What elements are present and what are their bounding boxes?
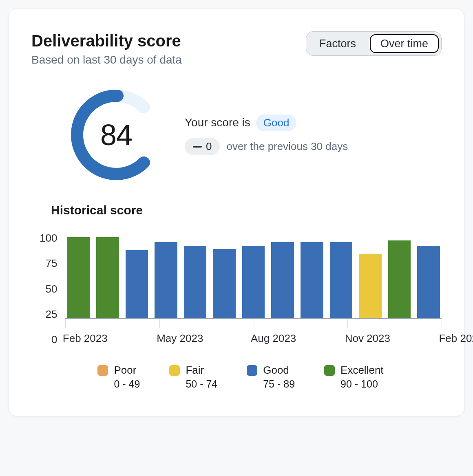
- legend-range: 90 - 100: [340, 378, 384, 390]
- score-delta-chip: 0: [185, 138, 220, 155]
- x-tick-label: Aug 2023: [251, 332, 296, 345]
- deliverability-card: { "header": { "title": "Deliverability s…: [8, 8, 465, 416]
- chart-bar[interactable]: [96, 237, 119, 318]
- score-delta-trailing: over the previous 30 days: [226, 140, 348, 153]
- x-axis-ticks: [65, 319, 442, 328]
- chart-bar[interactable]: [67, 237, 90, 318]
- card-subtitle: Based on last 30 days of data: [31, 53, 182, 66]
- chart-bar[interactable]: [330, 242, 353, 318]
- x-tick: [159, 319, 160, 328]
- legend-label: Excellent: [340, 364, 384, 377]
- score-prefix: Your score is: [185, 116, 250, 129]
- legend-swatch: [324, 365, 335, 376]
- legend-item-excellent: Excellent90 - 100: [324, 364, 384, 390]
- tab-over-time[interactable]: Over time: [370, 34, 439, 53]
- legend-label: Good: [263, 364, 295, 377]
- legend-range: 50 - 74: [186, 378, 217, 390]
- chart-bar[interactable]: [359, 254, 382, 318]
- x-tick-label: Feb 2023: [63, 332, 108, 345]
- x-tick-label: May 2023: [157, 332, 203, 345]
- x-tick-label: Feb 2024: [439, 332, 473, 345]
- legend-swatch: [169, 365, 180, 376]
- chart-legend: Poor0 - 49Fair50 - 74Good75 - 89Excellen…: [40, 364, 442, 390]
- chart-bar[interactable]: [417, 246, 440, 318]
- chart-bar[interactable]: [388, 240, 411, 318]
- legend-label: Poor: [114, 364, 140, 377]
- legend-item-good: Good75 - 89: [247, 364, 295, 390]
- y-tick: 25: [45, 308, 57, 321]
- y-axis: 1007550250: [40, 232, 65, 346]
- legend-swatch: [247, 365, 257, 376]
- plot-area: [65, 232, 442, 319]
- historical-title: Historical score: [51, 203, 442, 217]
- tab-factors[interactable]: Factors: [309, 34, 367, 53]
- chart-bar[interactable]: [242, 246, 265, 318]
- chart-bar[interactable]: [271, 242, 294, 318]
- card-title: Deliverability score: [31, 31, 182, 50]
- trend-flat-icon: [193, 146, 202, 148]
- header-text: Deliverability score Based on last 30 da…: [31, 31, 182, 66]
- score-text: Your score is Good 0 over the previous 3…: [185, 115, 348, 156]
- score-summary-row: 84 Your score is Good 0 over the previou…: [67, 86, 442, 184]
- score-gauge: 84: [67, 86, 165, 184]
- score-delta-value: 0: [206, 140, 212, 153]
- historical-chart: 1007550250 Feb 2023May 2023Aug 2023Nov 2…: [40, 232, 442, 390]
- y-tick: 50: [45, 283, 57, 295]
- legend-item-poor: Poor0 - 49: [97, 364, 140, 390]
- x-tick: [347, 319, 348, 328]
- x-tick: [65, 319, 66, 328]
- x-tick: [442, 319, 442, 328]
- chart-bar[interactable]: [126, 250, 148, 318]
- chart-bar[interactable]: [301, 242, 323, 318]
- chart-bar[interactable]: [155, 242, 177, 318]
- legend-range: 0 - 49: [114, 378, 140, 390]
- y-tick: 0: [51, 333, 57, 346]
- view-toggle: Factors Over time: [306, 31, 442, 56]
- chart-bars: [65, 232, 442, 318]
- x-tick-label: Nov 2023: [345, 332, 390, 345]
- chart-bar[interactable]: [213, 249, 236, 318]
- x-axis-labels: Feb 2023May 2023Aug 2023Nov 2023Feb 2024: [65, 332, 442, 346]
- x-tick: [254, 319, 254, 328]
- score-quality-badge: Good: [256, 115, 297, 132]
- y-tick: 100: [40, 232, 57, 245]
- legend-range: 75 - 89: [263, 378, 295, 390]
- y-tick: 75: [45, 257, 57, 270]
- score-value: 84: [67, 86, 165, 184]
- legend-label: Fair: [186, 364, 217, 377]
- chart-bar[interactable]: [184, 246, 207, 318]
- legend-item-fair: Fair50 - 74: [169, 364, 217, 390]
- legend-swatch: [97, 365, 108, 376]
